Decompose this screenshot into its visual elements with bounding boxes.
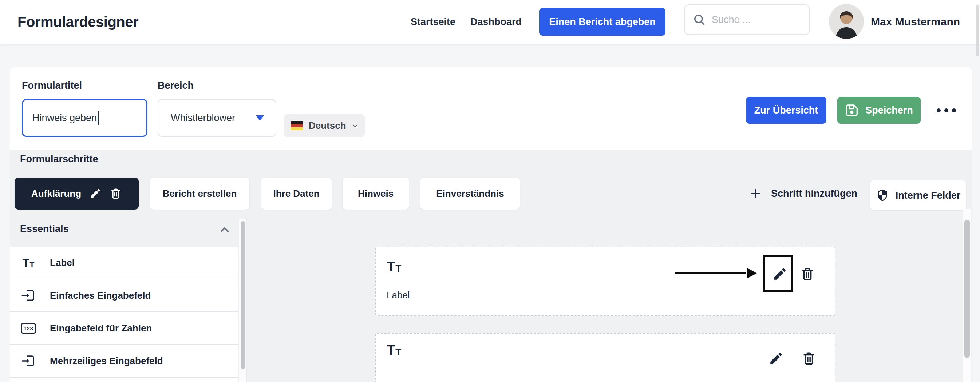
chevron-up-icon[interactable] <box>218 223 231 236</box>
form-title-input[interactable]: Hinweis geben <box>22 99 148 137</box>
number-input-icon: 123 <box>20 323 37 334</box>
header: Formulardesigner Startseite Dashboard Ei… <box>0 0 980 44</box>
form-title-value: Hinweis geben <box>32 113 97 124</box>
triangle-down-icon <box>256 115 264 121</box>
canvas-element-2[interactable]: TT <box>375 333 835 382</box>
add-step-button[interactable]: Schritt hinzufügen <box>749 178 858 209</box>
step-ihre-daten[interactable]: Ihre Daten <box>261 178 332 209</box>
text-icon: TT <box>387 260 401 274</box>
search-icon <box>693 13 706 26</box>
textarea-icon <box>20 353 37 369</box>
formulardesigner-app: Formulardesigner Startseite Dashboard Ei… <box>0 0 980 382</box>
palette-item-multiline-input[interactable]: Mehrzeiliges Eingabefeld <box>10 345 239 378</box>
area-label: Bereich <box>158 80 194 91</box>
search-box[interactable] <box>684 4 810 35</box>
meta-actions: Zur Übersicht Speichern <box>746 97 956 124</box>
palette-item-label[interactable]: TT Label <box>10 247 239 279</box>
area-select[interactable]: Whistlerblower <box>158 99 276 137</box>
edit-element-icon[interactable] <box>768 350 784 366</box>
palette-item-partial[interactable] <box>10 378 239 382</box>
language-value: Deutsch <box>309 120 346 132</box>
user-name: Max Mustermann <box>871 0 960 44</box>
german-flag-icon <box>291 121 303 130</box>
language-selector[interactable]: Deutsch <box>284 114 365 137</box>
page-title: Formulardesigner <box>18 14 138 30</box>
form-steps-title: Formularschritte <box>20 154 98 165</box>
page-scrollbar-thumb[interactable] <box>976 5 979 56</box>
text-icon: TT <box>387 343 401 357</box>
delete-step-icon[interactable] <box>110 187 122 200</box>
canvas-element-caption: Label <box>387 290 410 301</box>
edit-element-icon[interactable] <box>772 266 788 282</box>
shield-icon <box>876 189 889 202</box>
nav-link-dashboard[interactable]: Dashboard <box>470 0 522 44</box>
more-options-button[interactable] <box>937 108 956 113</box>
chevron-down-icon <box>352 120 358 132</box>
add-step-label: Schritt hinzufügen <box>771 188 858 200</box>
overview-button[interactable]: Zur Übersicht <box>746 97 826 124</box>
delete-element-icon[interactable] <box>801 350 817 366</box>
step-bericht-erstellen[interactable]: Bericht erstellen <box>150 178 249 209</box>
edit-step-icon[interactable] <box>89 187 102 200</box>
text-icon: TT <box>20 257 37 268</box>
sidebar-scrollbar[interactable] <box>239 219 247 382</box>
form-title-label: Formulartitel <box>22 80 82 91</box>
plus-icon <box>749 187 762 200</box>
workspace-panel: Formularschritte Aufklärung Bericht erst… <box>10 150 972 382</box>
step-hinweis[interactable]: Hinweis <box>342 178 409 209</box>
delete-element-icon[interactable] <box>799 266 815 282</box>
step-aufklaerung[interactable]: Aufklärung <box>14 178 139 209</box>
canvas-element-label[interactable]: TT Label <box>375 247 835 316</box>
palette-item-simple-input[interactable]: Einfaches Eingabefeld <box>10 279 239 312</box>
palette-item-number-input[interactable]: 123 Eingabefeld für Zahlen <box>10 312 239 345</box>
sidebar-scrollbar-thumb[interactable] <box>241 221 245 369</box>
palette-group-title: Essentials <box>20 223 69 235</box>
search-input[interactable] <box>712 14 841 25</box>
user-avatar[interactable] <box>829 4 864 39</box>
save-icon <box>845 103 859 117</box>
submit-report-button[interactable]: Einen Bericht abgeben <box>539 8 665 36</box>
save-button-label: Speichern <box>865 105 913 116</box>
nav-link-startseite[interactable]: Startseite <box>410 0 455 44</box>
canvas-scrollbar-thumb[interactable] <box>964 220 970 358</box>
step-label: Aufklärung <box>31 188 81 200</box>
save-button[interactable]: Speichern <box>837 97 921 124</box>
palette-group-header[interactable]: Essentials <box>10 218 239 242</box>
area-select-value: Whistlerblower <box>171 113 235 124</box>
internal-fields-button[interactable]: Interne Felder <box>870 181 966 210</box>
internal-fields-label: Interne Felder <box>896 190 961 201</box>
text-cursor <box>97 111 99 125</box>
palette-list: TT Label Einfaches Eingabefeld 123 <box>10 247 239 382</box>
canvas-scrollbar[interactable] <box>963 209 971 382</box>
form-meta-card: Formulartitel Bereich Hinweis geben Whis… <box>10 67 972 150</box>
input-icon <box>20 288 37 303</box>
step-einverstaendnis[interactable]: Einverständnis <box>420 178 520 209</box>
